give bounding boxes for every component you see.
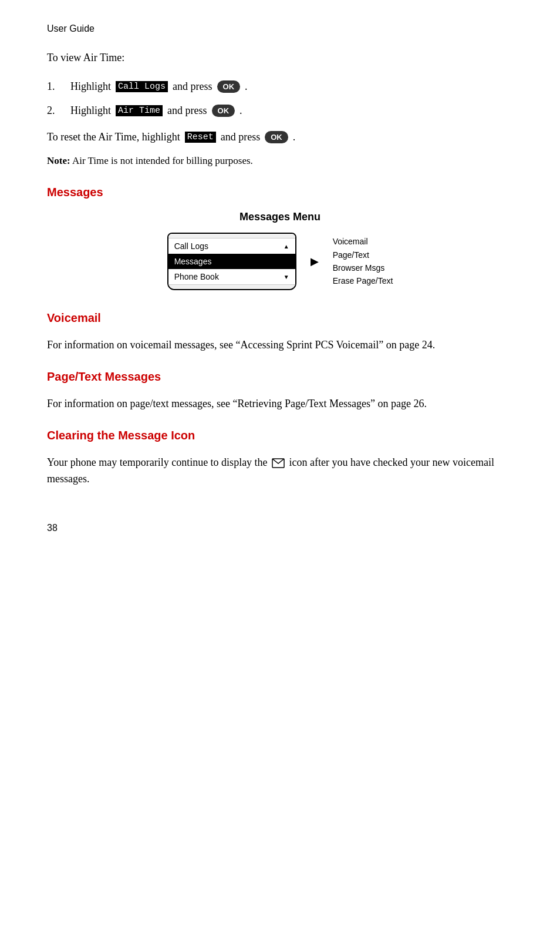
clearing-section: Clearing the Message Icon Your phone may… bbox=[47, 429, 513, 488]
clearing-heading: Clearing the Message Icon bbox=[47, 429, 513, 442]
menu-item-call-logs-label: Call Logs bbox=[174, 241, 208, 251]
reset-section: To reset the Air Time, highlight Reset a… bbox=[47, 131, 513, 143]
step-1-highlight: Call Logs bbox=[116, 81, 168, 92]
submenu-list: Voicemail Page/Text Browser Msgs Erase P… bbox=[333, 235, 393, 288]
messages-heading: Messages bbox=[47, 186, 513, 199]
reset-prefix: To reset the Air Time, highlight bbox=[47, 131, 180, 143]
menu-item-messages: Messages bbox=[168, 254, 295, 269]
step-1-content: Highlight Call Logs and press OK . bbox=[70, 80, 248, 93]
reset-suffix: . bbox=[293, 131, 296, 143]
step-2-content: Highlight Air Time and press OK . bbox=[70, 105, 242, 117]
menu-item-phonebook: Phone Book ▼ bbox=[168, 269, 295, 284]
menu-item-call-logs: Call Logs ▲ bbox=[168, 238, 295, 254]
step-1: 1. Highlight Call Logs and press OK . bbox=[47, 80, 513, 93]
menu-screen-top bbox=[168, 234, 295, 238]
menu-screen-bottom bbox=[168, 284, 295, 289]
envelope-icon bbox=[272, 458, 285, 468]
submenu-item-voicemail: Voicemail bbox=[333, 235, 393, 248]
menu-screen: Call Logs ▲ Messages Phone Book ▼ bbox=[167, 233, 296, 290]
user-guide-header: User Guide bbox=[47, 23, 513, 34]
page-number: 38 bbox=[47, 523, 513, 533]
step-2: 2. Highlight Air Time and press OK . bbox=[47, 105, 513, 117]
reset-middle: and press bbox=[221, 131, 260, 143]
menu-item-messages-label: Messages bbox=[174, 257, 212, 266]
submenu-item-browsermsgs: Browser Msgs bbox=[333, 261, 393, 274]
step-2-prefix: Highlight bbox=[70, 105, 111, 117]
step-2-middle: and press bbox=[167, 105, 207, 117]
header-label: User Guide bbox=[47, 23, 95, 33]
submenu-item-pagetext: Page/Text bbox=[333, 248, 393, 261]
voicemail-heading: Voicemail bbox=[47, 311, 513, 325]
step-2-period: . bbox=[239, 105, 242, 117]
pagetext-section: Page/Text Messages For information on pa… bbox=[47, 370, 513, 412]
reset-highlight: Reset bbox=[185, 132, 216, 143]
step-2-highlight: Air Time bbox=[116, 105, 163, 116]
step-1-period: . bbox=[245, 80, 248, 93]
intro-text: To view Air Time: bbox=[47, 52, 513, 64]
step-1-ok: OK bbox=[217, 80, 241, 93]
submenu-item-erasepagetext: Erase Page/Text bbox=[333, 274, 393, 287]
messages-section: Messages Messages Menu Call Logs ▲ Messa… bbox=[47, 186, 513, 290]
pagetext-text: For information on page/text messages, s… bbox=[47, 395, 513, 412]
scroll-up-indicator: ▲ bbox=[284, 243, 289, 250]
step-1-number: 1. bbox=[47, 80, 65, 93]
clearing-text-prefix: Your phone may temporarily continue to d… bbox=[47, 456, 268, 468]
note-text: Air Time is not intended for billing pur… bbox=[70, 155, 253, 166]
step-1-middle: and press bbox=[173, 80, 212, 93]
note-bold: Note: bbox=[47, 155, 70, 166]
voicemail-text: For information on voicemail messages, s… bbox=[47, 337, 513, 354]
note-section: Note: Air Time is not intended for billi… bbox=[47, 155, 513, 167]
voicemail-section: Voicemail For information on voicemail m… bbox=[47, 311, 513, 354]
step-1-prefix: Highlight bbox=[70, 80, 111, 93]
step-2-number: 2. bbox=[47, 105, 65, 117]
submenu-arrow: ▶ bbox=[311, 255, 319, 268]
clearing-text: Your phone may temporarily continue to d… bbox=[47, 454, 513, 488]
reset-ok: OK bbox=[265, 131, 288, 143]
pagetext-heading: Page/Text Messages bbox=[47, 370, 513, 384]
menu-diagram: Call Logs ▲ Messages Phone Book ▼ ▶ Voic… bbox=[47, 233, 513, 290]
messages-menu-title: Messages Menu bbox=[47, 211, 513, 223]
step-2-ok: OK bbox=[212, 105, 235, 117]
menu-item-phonebook-label: Phone Book bbox=[174, 272, 219, 281]
scroll-down-indicator: ▼ bbox=[284, 274, 289, 280]
